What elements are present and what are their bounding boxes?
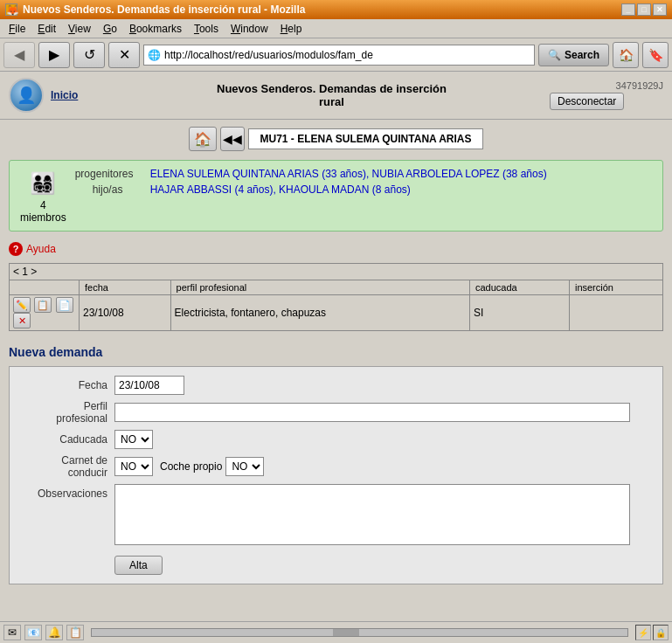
perfil-row: Perfilprofesional	[18, 400, 654, 425]
table-cell-fecha: 23/10/08	[80, 295, 171, 331]
url-icon: 🌐	[148, 49, 161, 61]
pagination-row: < 1 >	[10, 264, 663, 280]
menu-go[interactable]: Go	[98, 21, 122, 37]
status-right-1: ⚡	[635, 625, 651, 640]
app-logo[interactable]: 👤 Inicio	[9, 78, 114, 113]
app-user: 34791929J Desconectar	[550, 80, 663, 110]
reload-button[interactable]: ↺	[73, 42, 105, 68]
breadcrumb: 🏠 ◀◀ MU71 - ELENA SULEMA QUINTANA ARIAS	[9, 127, 663, 151]
carnet-row: Carnet deconducir NO SI Coche propio NO …	[18, 454, 654, 479]
status-scrollbar[interactable]	[91, 628, 628, 637]
stop-button[interactable]: ✕	[108, 42, 140, 68]
search-icon: 🔍	[548, 49, 561, 61]
help-link[interactable]: ? Ayuda	[9, 242, 663, 256]
edit-icon[interactable]: ✏️	[13, 297, 31, 313]
window-title: Nuevos Senderos. Demandas de inserción r…	[23, 3, 305, 16]
fecha-row: Fecha	[18, 376, 654, 395]
minimize-button[interactable]: _	[621, 3, 635, 16]
search-button[interactable]: 🔍 Search	[538, 44, 609, 66]
caducada-row: Caducada NO SI	[18, 430, 654, 449]
carnet-label: Carnet deconducir	[18, 454, 114, 479]
list-icon[interactable]: 📄	[56, 297, 73, 313]
menu-tools[interactable]: Tools	[189, 21, 224, 37]
family-box: 👨‍👩‍👧‍👦 4 miembros progenitores ELENA SU…	[9, 160, 663, 232]
menu-edit[interactable]: Edit	[32, 21, 61, 37]
form-area: Fecha Perfilprofesional Caducada NO SI C…	[9, 366, 663, 584]
close-button[interactable]: ✕	[653, 3, 667, 16]
progenitores-row: progenitores ELENA SULEMA QUINTANA ARIAS…	[75, 168, 652, 180]
perfil-label: Perfilprofesional	[18, 400, 114, 425]
family-info: progenitores ELENA SULEMA QUINTANA ARIAS…	[75, 168, 652, 199]
menu-bookmarks[interactable]: Bookmarks	[124, 21, 187, 37]
inicio-link[interactable]: Inicio	[51, 89, 78, 101]
delete-icon[interactable]: ✕	[13, 313, 31, 328]
help-label: Ayuda	[26, 243, 56, 255]
status-bar: ✉ 📧 🔔 📋 ⚡ 🔒	[0, 621, 672, 643]
perfil-input[interactable]	[114, 403, 630, 422]
menu-view[interactable]: View	[63, 21, 96, 37]
col-perfil: perfil profesional	[170, 280, 469, 295]
disconnect-button[interactable]: Desconectar	[550, 93, 624, 110]
home-nav-button[interactable]: 🏠	[613, 42, 639, 68]
hijos-names[interactable]: HAJAR ABBASSI (4 años), KHAOULA MADAN (8…	[150, 183, 411, 196]
scrollbar-thumb	[333, 629, 359, 636]
bookmarks-nav-button[interactable]: 🔖	[642, 42, 669, 68]
coche-label: Coche propio	[160, 460, 222, 473]
progenitores-label: progenitores	[75, 168, 145, 180]
help-icon: ?	[9, 242, 23, 256]
col-fecha: fecha	[80, 280, 171, 295]
alta-button[interactable]: Alta	[114, 556, 163, 575]
status-right-icons: ⚡ 🔒	[635, 625, 669, 640]
menu-window[interactable]: Window	[225, 21, 274, 37]
member-count: 4	[40, 199, 46, 211]
status-clip-icon[interactable]: 📋	[66, 625, 84, 640]
app-icon: 🦊	[5, 3, 17, 16]
user-id: 34791929J	[550, 80, 663, 91]
table-row: ✏️ 📋 📄 ✕ 23/10/08 Electricista, fontaner…	[10, 295, 663, 331]
progenitores-names[interactable]: ELENA SULEMA QUINTANA ARIAS (33 años), N…	[150, 168, 547, 180]
table-cell-insercion	[569, 295, 662, 331]
table-header-row: fecha perfil profesional caducada inserc…	[10, 280, 663, 295]
carnet-select[interactable]: NO SI	[114, 457, 153, 476]
status-notify-icon[interactable]: 🔔	[45, 625, 63, 640]
breadcrumb-back-button[interactable]: ◀◀	[220, 127, 245, 151]
family-icon-area: 👨‍👩‍👧‍👦 4 miembros	[20, 168, 66, 224]
demands-table: < 1 > fecha perfil profesional caducada …	[9, 263, 663, 331]
app-title: Nuevos Senderos. Demandas de inserción r…	[114, 82, 550, 108]
forward-button[interactable]: ▶	[38, 42, 70, 68]
observaciones-label: Observaciones	[18, 484, 114, 500]
caducada-select[interactable]: NO SI	[114, 430, 153, 449]
back-button[interactable]: ◀	[3, 42, 35, 68]
col-actions	[10, 280, 80, 295]
status-icons: ✉ 📧 🔔 📋	[3, 625, 84, 640]
table-cell-caducada: SI	[469, 295, 569, 331]
status-right-2: 🔒	[653, 625, 669, 640]
url-bar: 🌐	[143, 45, 535, 66]
coche-select[interactable]: NO SI	[225, 457, 264, 476]
observaciones-row: Observaciones	[18, 484, 654, 545]
menu-help[interactable]: Help	[275, 21, 308, 37]
content-area: 🏠 ◀◀ MU71 - ELENA SULEMA QUINTANA ARIAS …	[0, 120, 672, 621]
hijos-label: hijo/as	[75, 183, 145, 196]
member-label: miembros	[20, 211, 66, 224]
fecha-label: Fecha	[18, 379, 114, 391]
nav-bar: ◀ ▶ ↺ ✕ 🌐 🔍 Search 🏠 🔖	[0, 38, 672, 72]
nueva-demanda-title: Nueva demanda	[9, 345, 663, 359]
menu-file[interactable]: File	[3, 21, 31, 37]
view-icon[interactable]: 📋	[34, 297, 52, 313]
logo-avatar: 👤	[9, 78, 44, 113]
menu-bar: File Edit View Go Bookmarks Tools Window…	[0, 19, 672, 38]
app-header: 👤 Inicio Nuevos Senderos. Demandas de in…	[0, 72, 672, 120]
breadcrumb-home-button[interactable]: 🏠	[189, 127, 217, 151]
observaciones-textarea[interactable]	[114, 484, 630, 545]
title-bar: 🦊 Nuevos Senderos. Demandas de inserción…	[0, 0, 672, 19]
col-caducada: caducada	[469, 280, 569, 295]
status-email-icon[interactable]: ✉	[3, 625, 21, 640]
url-input[interactable]	[164, 49, 530, 61]
status-alert-icon[interactable]: 📧	[24, 625, 42, 640]
fecha-input[interactable]	[114, 376, 184, 395]
nueva-demanda-section: Nueva demanda Fecha Perfilprofesional Ca…	[9, 345, 663, 584]
table-row-actions: ✏️ 📋 📄 ✕	[10, 295, 80, 331]
breadcrumb-title: MU71 - ELENA SULEMA QUINTANA ARIAS	[248, 128, 482, 149]
maximize-button[interactable]: □	[637, 3, 651, 16]
